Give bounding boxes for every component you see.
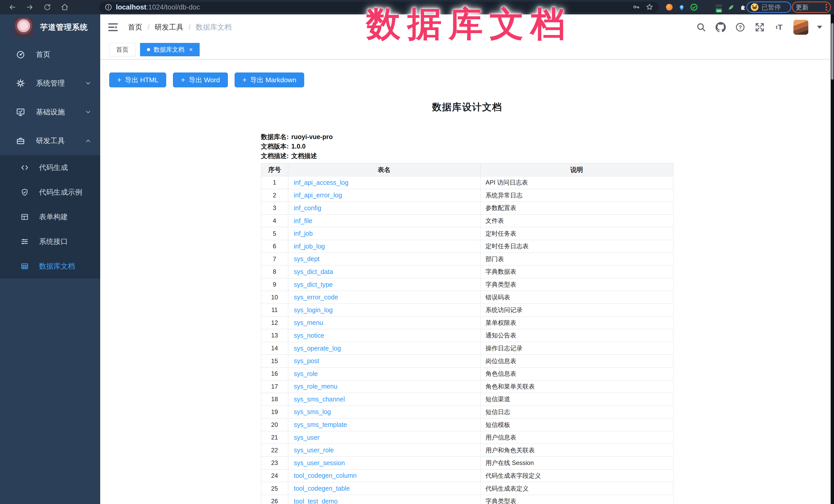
table-row: 2 inf_api_error_log 系统异常日志 bbox=[261, 189, 673, 202]
browser-update-chip[interactable]: 更新 bbox=[792, 2, 831, 13]
browser-back-icon[interactable] bbox=[7, 2, 18, 12]
table-name-link[interactable]: sys_role_menu bbox=[294, 383, 337, 390]
sidebar-item-form-builder[interactable]: 表单构建 bbox=[0, 204, 100, 229]
table-name-link[interactable]: sys_sms_log bbox=[294, 408, 331, 415]
menu-item-label: 系统管理 bbox=[36, 79, 85, 88]
extension-dark-on-icon[interactable]: on bbox=[715, 3, 723, 11]
address-bar[interactable]: localhost:1024/tool/db-doc bbox=[99, 2, 659, 13]
sidebar-menu: 首页系统管理基础设施研发工具 bbox=[0, 40, 100, 155]
table-row: 11 sys_login_log 系统访问记录 bbox=[261, 304, 673, 316]
chevron-up-icon bbox=[85, 137, 91, 144]
extension-puzzle-icon[interactable] bbox=[740, 3, 747, 11]
table-name-link[interactable]: inf_api_access_log bbox=[294, 179, 349, 186]
extension-smiley-icon bbox=[751, 3, 759, 11]
password-key-icon[interactable] bbox=[632, 3, 640, 12]
collapse-menu-icon[interactable] bbox=[107, 22, 119, 33]
help-icon[interactable]: ? bbox=[735, 22, 746, 32]
table-name-link[interactable]: inf_file bbox=[294, 217, 312, 224]
table-name-link[interactable]: sys_user bbox=[294, 434, 320, 441]
app-logo-row[interactable]: 芋道管理系统 bbox=[0, 15, 100, 40]
row-index: 20 bbox=[261, 418, 288, 431]
breadcrumb-item[interactable]: 首页 bbox=[128, 22, 142, 32]
row-description: 用户信息表 bbox=[480, 431, 673, 444]
sidebar-submenu: 代码生成代码生成示例表单构建系统接口数据库文档 bbox=[0, 155, 100, 279]
menu-item-label: 代码生成示例 bbox=[39, 188, 91, 197]
row-index: 18 bbox=[261, 393, 288, 406]
fullscreen-icon[interactable] bbox=[754, 22, 765, 32]
table-name-link[interactable]: tool_codegen_column bbox=[294, 472, 357, 479]
search-icon[interactable] bbox=[696, 22, 706, 32]
row-description: 操作日志记录 bbox=[480, 342, 673, 355]
github-icon[interactable] bbox=[715, 22, 726, 32]
tab-db-doc[interactable]: 数据库文档× bbox=[140, 43, 200, 56]
table-name-link[interactable]: sys_dept bbox=[294, 255, 320, 262]
table-name-link[interactable]: tool_codegen_table bbox=[294, 485, 350, 492]
table-name-link[interactable]: sys_notice bbox=[294, 332, 324, 339]
meta-label: 文档描述: bbox=[261, 152, 289, 159]
export-html-button[interactable]: +导出 HTML bbox=[109, 72, 166, 87]
site-info-icon[interactable] bbox=[105, 3, 112, 11]
table-name-link[interactable]: inf_job bbox=[294, 230, 313, 237]
export-markdown-button[interactable]: +导出 Markdown bbox=[235, 72, 305, 87]
row-index: 7 bbox=[261, 253, 288, 265]
bookmark-star-icon[interactable] bbox=[646, 3, 653, 12]
table-name-link[interactable]: inf_config bbox=[294, 204, 322, 212]
sidebar-item-system[interactable]: 系统管理 bbox=[0, 69, 100, 98]
shield-check-icon bbox=[21, 188, 29, 196]
page-scrollbar[interactable] bbox=[831, 15, 834, 504]
extension-orange-icon[interactable] bbox=[665, 3, 673, 11]
row-index: 15 bbox=[261, 355, 288, 368]
tab-home[interactable]: 首页 bbox=[109, 43, 135, 56]
close-icon[interactable]: × bbox=[189, 46, 193, 53]
extension-check-circle-icon[interactable] bbox=[690, 3, 698, 11]
table-row: 12 sys_menu 菜单权限表 bbox=[261, 316, 673, 329]
browser-forward-icon[interactable] bbox=[25, 2, 35, 12]
sidebar-item-codegen-demo[interactable]: 代码生成示例 bbox=[0, 180, 100, 204]
extension-grid-icon[interactable] bbox=[702, 3, 710, 11]
table-name-link[interactable]: sys_sms_channel bbox=[294, 396, 345, 403]
sidebar-item-home[interactable]: 首页 bbox=[0, 40, 100, 69]
table-name-link[interactable]: sys_menu bbox=[294, 319, 323, 326]
url-text[interactable]: localhost:1024/tool/db-doc bbox=[116, 3, 200, 11]
button-label: 导出 HTML bbox=[125, 75, 158, 85]
table-row: 20 sys_sms_template 短信模板 bbox=[261, 418, 673, 431]
table-name-link[interactable]: sys_dict_data bbox=[294, 268, 333, 275]
table-name-link[interactable]: inf_job_log bbox=[294, 243, 325, 250]
font-size-icon[interactable]: tT bbox=[774, 22, 785, 32]
table-name-link[interactable]: inf_api_error_log bbox=[294, 192, 342, 199]
table-name-link[interactable]: sys_operate_log bbox=[294, 345, 341, 352]
scrollbar-thumb[interactable] bbox=[831, 23, 833, 80]
chevron-down-icon[interactable] bbox=[817, 26, 822, 29]
extension-leaf-icon[interactable] bbox=[727, 3, 735, 11]
extension-pin-icon[interactable] bbox=[678, 3, 685, 11]
browser-reload-icon[interactable] bbox=[42, 2, 52, 12]
table-row: 7 sys_dept 部门表 bbox=[261, 253, 673, 265]
sidebar-item-codegen[interactable]: 代码生成 bbox=[0, 155, 100, 180]
sidebar-item-devtools[interactable]: 研发工具 bbox=[0, 127, 100, 155]
table-name-link[interactable]: tool_test_demo bbox=[294, 498, 338, 504]
table-name-link[interactable]: sys_post bbox=[294, 357, 320, 365]
table-name-link[interactable]: sys_error_code bbox=[294, 293, 338, 301]
sidebar-item-api[interactable]: 系统接口 bbox=[0, 229, 100, 254]
table-name-link[interactable]: sys_role bbox=[294, 370, 318, 377]
row-index: 14 bbox=[261, 342, 288, 355]
menu-item-label: 研发工具 bbox=[36, 136, 85, 146]
export-word-button[interactable]: +导出 Word bbox=[173, 72, 228, 87]
table-name-link[interactable]: sys_sms_template bbox=[294, 421, 347, 428]
extension-paused-chip[interactable]: 已暂停 bbox=[746, 2, 791, 13]
row-index: 24 bbox=[261, 469, 288, 482]
table-name-link[interactable]: sys_dict_type bbox=[294, 281, 333, 288]
table-row: 24 tool_codegen_column 代码生成表字段定义 bbox=[261, 469, 673, 482]
row-description: 系统访问记录 bbox=[480, 304, 673, 316]
user-avatar[interactable] bbox=[793, 20, 808, 35]
browser-home-icon[interactable] bbox=[60, 2, 70, 12]
sidebar-item-infra[interactable]: 基础设施 bbox=[0, 98, 100, 127]
table-row: 9 sys_dict_type 字典类型表 bbox=[261, 278, 673, 291]
table-name-link[interactable]: sys_user_session bbox=[294, 459, 345, 466]
breadcrumb-item[interactable]: 研发工具 bbox=[155, 22, 183, 32]
browser-menu-icon[interactable] bbox=[826, 4, 827, 10]
table-name-link[interactable]: sys_login_log bbox=[294, 306, 333, 313]
table-name-link[interactable]: sys_user_role bbox=[294, 446, 334, 454]
table-row: 14 sys_operate_log 操作日志记录 bbox=[261, 342, 673, 355]
sidebar-item-db-doc[interactable]: 数据库文档 bbox=[0, 254, 100, 279]
